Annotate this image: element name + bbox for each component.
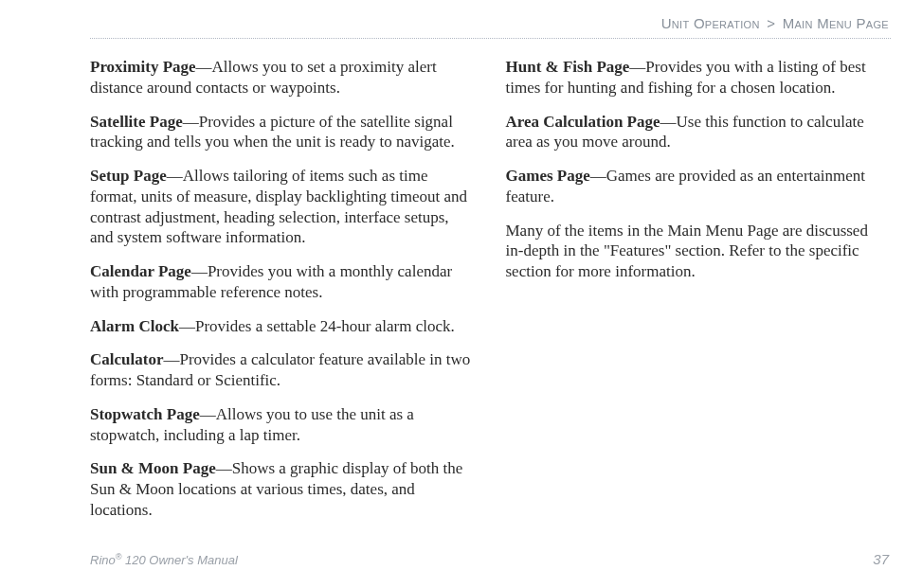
list-item: Calendar Page—Provides you with a monthl… xyxy=(90,261,474,303)
item-term: Hunt & Fish Page xyxy=(506,58,630,76)
content-columns: Proximity Page—Allows you to set a proxi… xyxy=(90,57,889,541)
item-term: Stopwatch Page xyxy=(90,405,200,423)
list-item: Sun & Moon Page—Shows a graphic display … xyxy=(90,458,474,520)
item-term: Sun & Moon Page xyxy=(90,459,216,477)
footer-product: Rino® 120 Owner's Manual xyxy=(90,552,238,567)
list-item: Games Page—Games are provided as an ente… xyxy=(506,166,890,207)
item-term: Alarm Clock xyxy=(90,317,179,335)
manual-page: Unit Operation > Main Menu Page Proximit… xyxy=(0,0,904,588)
list-item: Stopwatch Page—Allows you to use the uni… xyxy=(90,404,474,446)
breadcrumb-page: Main Menu Page xyxy=(783,15,889,31)
item-term: Setup Page xyxy=(90,167,167,185)
page-number: 37 xyxy=(873,551,889,567)
footer-product-suffix: 120 Owner's Manual xyxy=(121,553,237,567)
item-term: Satellite Page xyxy=(90,113,183,131)
footer-product-prefix: Rino xyxy=(90,553,116,567)
breadcrumb-sep: > xyxy=(764,15,778,31)
item-term: Games Page xyxy=(506,167,590,185)
item-term: Proximity Page xyxy=(90,58,196,76)
list-item: Calculator—Provides a calculator feature… xyxy=(90,349,474,391)
breadcrumb-section: Unit Operation xyxy=(661,15,760,31)
header-divider xyxy=(90,38,891,39)
list-item: Satellite Page—Provides a picture of the… xyxy=(90,112,474,153)
list-item: Setup Page—Allows tailoring of items suc… xyxy=(90,166,474,248)
list-item: Hunt & Fish Page—Provides you with a lis… xyxy=(506,57,890,98)
closing-note: Many of the items in the Main Menu Page … xyxy=(506,221,890,282)
breadcrumb: Unit Operation > Main Menu Page xyxy=(661,15,889,31)
list-item: Proximity Page—Allows you to set a proxi… xyxy=(90,57,474,98)
item-term: Calculator xyxy=(90,350,163,368)
item-desc: —Provides a settable 24-hour alarm clock… xyxy=(179,317,455,335)
list-item: Area Calculation Page—Use this function … xyxy=(506,112,890,153)
item-term: Area Calculation Page xyxy=(506,113,660,131)
item-term: Calendar Page xyxy=(90,262,191,280)
list-item: Alarm Clock—Provides a settable 24-hour … xyxy=(90,316,474,337)
